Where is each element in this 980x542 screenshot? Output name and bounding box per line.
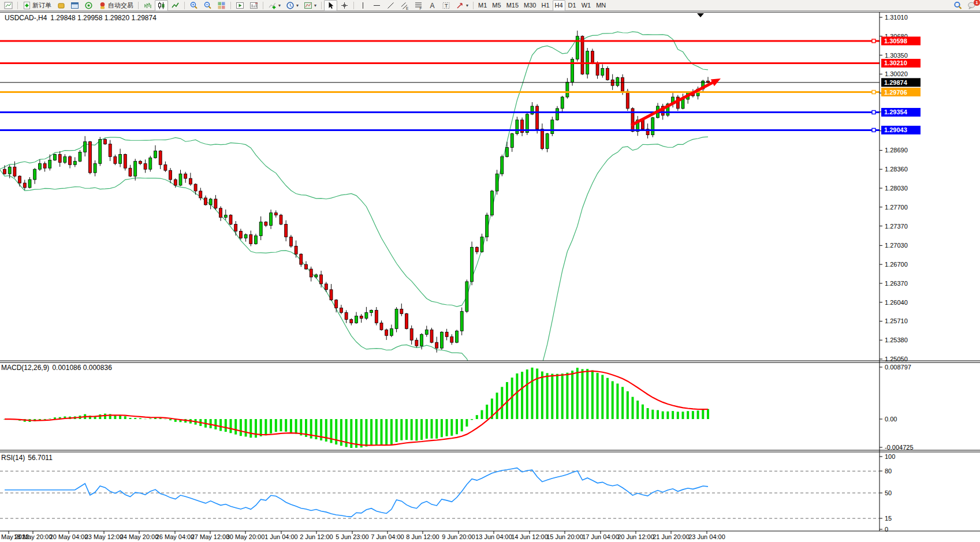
time-tick-label: 5 Jun 23:00 — [336, 533, 369, 540]
time-tick-label: 20 May 04:00 — [50, 533, 88, 540]
chevron-down-icon: ▾ — [278, 3, 281, 8]
trendline-icon — [386, 1, 395, 10]
tf-d1-button-label: D1 — [568, 2, 576, 9]
hline-handle[interactable] — [872, 128, 875, 132]
tf-w1-button-label: W1 — [582, 2, 591, 9]
bar-chart-icon — [143, 1, 152, 10]
tile-windows-icon — [217, 1, 226, 10]
tf-d1-button[interactable]: D1 — [566, 0, 579, 11]
toolbar-separator — [230, 2, 231, 9]
fibonacci-button[interactable]: F — [412, 0, 425, 11]
auto-arrange-icon — [236, 1, 244, 10]
price-tick-label: 1.25380 — [885, 337, 908, 343]
tf-mn-button-label: MN — [596, 2, 606, 9]
autotrading-button[interactable]: 自动交易 — [96, 0, 136, 11]
candle-chart-button[interactable] — [155, 0, 168, 11]
tf-mn-button[interactable]: MN — [594, 0, 608, 11]
chevron-down-icon: ▾ — [314, 3, 316, 8]
toolbar-separator — [353, 2, 354, 9]
rsi-axis-label: 80 — [885, 468, 892, 474]
tf-m1-button[interactable]: M1 — [476, 0, 489, 11]
macd-values: 0.001086 0.000836 — [52, 364, 111, 372]
price-tick-label: 1.28690 — [885, 147, 908, 154]
search-icon — [953, 1, 962, 10]
market-watch-button[interactable] — [54, 0, 68, 11]
macd-axis-label: 0.00 — [885, 416, 897, 423]
search-button[interactable] — [951, 0, 964, 11]
toolbar-separator — [17, 2, 18, 9]
label-icon: T — [442, 1, 450, 10]
tf-m5-button[interactable]: M5 — [490, 0, 503, 11]
macd-name: MACD(12,26,9) — [1, 364, 49, 372]
tf-m15-button-label: M15 — [506, 2, 519, 9]
time-tick-label: 2 Jun 12:00 — [300, 533, 333, 540]
ohlc-values: 1.29848 1.29958 1.29820 1.29874 — [50, 14, 156, 22]
hline-button[interactable] — [370, 0, 383, 11]
rsi-axis-label: 50 — [885, 489, 892, 496]
toolbar-separator — [138, 2, 139, 9]
price-badge-label: 1.29874 — [884, 79, 908, 86]
chart-title: USDCAD-,H41.29848 1.29958 1.29820 1.2987… — [5, 14, 160, 22]
chart-shift-button[interactable] — [247, 0, 260, 11]
tf-h4-button[interactable]: H4 — [553, 0, 565, 11]
chevron-down-icon: ▾ — [466, 3, 468, 8]
macd-axis-label: -0.004725 — [885, 444, 914, 451]
zoom-in-button[interactable] — [187, 0, 200, 11]
cursor-button[interactable] — [324, 0, 337, 11]
price-tick-label: 1.27700 — [885, 204, 908, 211]
tile-windows-button[interactable] — [215, 0, 228, 11]
toolbar-separator — [321, 2, 322, 9]
arrows-button[interactable]: ▾ — [453, 0, 471, 11]
bar-chart-button[interactable] — [141, 0, 154, 11]
data-window-icon — [70, 1, 79, 10]
hline-handle[interactable] — [872, 39, 875, 43]
indicators-icon — [268, 1, 277, 10]
periods-button[interactable]: ▾ — [284, 0, 301, 11]
price-tick-label: 1.31010 — [885, 14, 908, 21]
text-button[interactable]: A — [426, 0, 439, 11]
tf-h1-button-label: H1 — [541, 2, 549, 9]
chart-window-icon[interactable] — [2, 0, 15, 11]
macd-label: MACD(12,26,9)0.001086 0.000836 — [1, 364, 115, 372]
tf-m15-button[interactable]: M15 — [504, 0, 521, 11]
auto-arrange-button[interactable] — [233, 0, 247, 11]
time-tick-label: 23 May 12:00 — [85, 533, 124, 540]
label-button[interactable]: T — [439, 0, 453, 11]
tf-h1-button[interactable]: H1 — [539, 0, 552, 11]
hline-icon — [372, 1, 381, 10]
price-tick-label: 1.26370 — [885, 280, 908, 287]
indicators-button[interactable]: ▾ — [266, 0, 283, 11]
time-tick-label: 14 Jun 12:00 — [511, 533, 548, 540]
templates-button[interactable]: ▾ — [301, 0, 319, 11]
rsi-axis-label: 100 — [885, 453, 895, 460]
symbol-timeframe-label: USDCAD-,H4 — [5, 14, 47, 22]
line-chart-button[interactable] — [169, 0, 182, 11]
vline-button[interactable] — [356, 0, 370, 11]
price-tick-label: 1.26700 — [885, 261, 908, 268]
tf-w1-button[interactable]: W1 — [579, 0, 594, 11]
periods-icon — [286, 1, 295, 10]
time-tick-label: 13 Jun 04:00 — [475, 533, 512, 540]
trendline-button[interactable] — [384, 0, 397, 11]
channel-button[interactable]: E — [398, 0, 411, 11]
hline-handle[interactable] — [872, 91, 875, 94]
navigator-button[interactable] — [82, 0, 95, 11]
line-chart-icon — [171, 1, 180, 10]
crosshair-button[interactable] — [338, 0, 351, 11]
notifications-button[interactable]: 1 — [965, 0, 978, 11]
price-tick-label: 1.25710 — [885, 317, 908, 324]
new-order-button-label: 新订单 — [32, 1, 51, 10]
tf-m30-button-label: M30 — [524, 2, 536, 9]
data-window-button[interactable] — [68, 0, 81, 11]
price-badge-label: 1.29354 — [884, 109, 908, 115]
tf-m30-button[interactable]: M30 — [521, 0, 538, 11]
crosshair-icon — [340, 1, 349, 10]
hline-handle[interactable] — [872, 110, 875, 114]
toolbar-separator — [184, 2, 185, 9]
autotrading-icon — [98, 1, 107, 10]
zoom-out-button[interactable] — [201, 0, 214, 11]
arrows-icon — [456, 1, 464, 10]
price-badge-label: 1.29043 — [884, 126, 907, 133]
new-order-button[interactable]: 新订单 — [20, 0, 54, 11]
cursor-icon — [326, 1, 335, 10]
